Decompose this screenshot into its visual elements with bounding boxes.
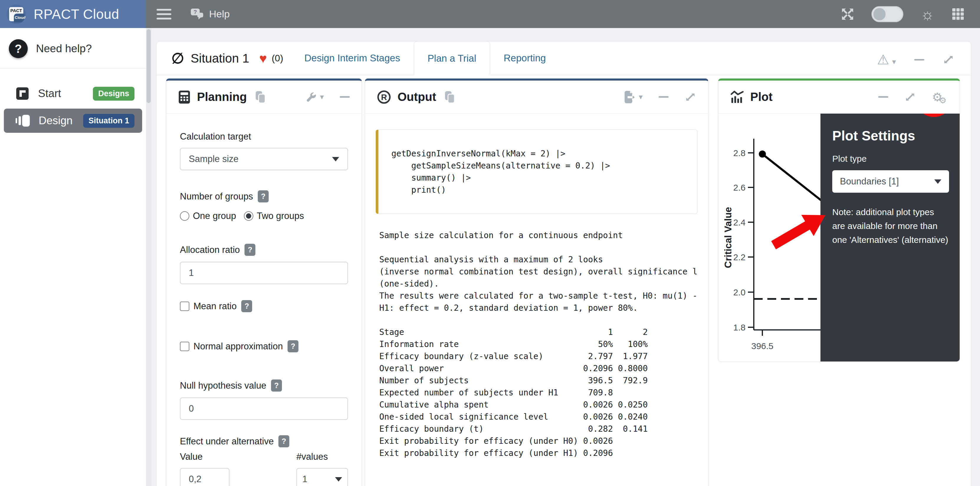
need-help-label: Need help? <box>36 43 92 55</box>
calculator-icon <box>178 90 191 104</box>
chevron-down-icon: ▾ <box>892 57 896 66</box>
ytick-label: 1.8 <box>733 322 746 332</box>
help-label: Help <box>209 8 230 20</box>
two-groups-label: Two groups <box>257 211 304 221</box>
hamburger-menu-icon[interactable] <box>157 6 171 22</box>
ytick-label: 2.2 <box>733 252 746 262</box>
warnings-dropdown[interactable]: ⚠▾ <box>877 53 896 66</box>
help-badge-icon[interactable]: ? <box>288 340 299 352</box>
normal-approximation-label: Normal approximation <box>194 341 283 352</box>
null-hypothesis-input[interactable]: 0 <box>180 397 348 420</box>
plot-title: Plot <box>750 90 773 104</box>
plot-body: 2.8 2.6 2.4 2.2 2.0 1.8 396.5 Critical V… <box>718 114 960 362</box>
start-flipboard-icon <box>16 87 29 100</box>
effect-value-input[interactable]: 0,2 <box>180 468 229 486</box>
planning-header: Planning ▾ <box>166 81 361 114</box>
expand-icon[interactable] <box>943 54 955 65</box>
value-label: Value <box>180 451 262 462</box>
ytick-label: 2.8 <box>733 148 746 158</box>
help-badge-icon[interactable]: ? <box>271 379 282 392</box>
plot-header: Plot ⚙⚙ <box>718 81 960 114</box>
help-badge-icon[interactable]: ? <box>258 190 269 202</box>
planning-panel: Planning ▾ Calculation target <box>166 78 362 486</box>
tab-reporting[interactable]: Reporting <box>490 41 560 75</box>
scrollbar-thumb[interactable] <box>146 29 151 103</box>
normal-approximation-checkbox[interactable] <box>180 342 189 351</box>
rpact-logo-icon[interactable]: PACT Cloud <box>6 5 26 24</box>
output-body: getDesignInverseNormal(kMax = 2) |> getS… <box>365 129 708 459</box>
rpact-cloud-app: PACT Cloud RPACT Cloud ? Need help? Star… <box>0 0 980 486</box>
copy-icon[interactable] <box>255 91 266 104</box>
minimize-icon[interactable] <box>659 96 668 98</box>
question-mark-icon: ? <box>9 39 28 58</box>
plot-settings-gears-icon[interactable]: ⚙⚙ <box>932 91 943 103</box>
fullscreen-expand-icon[interactable] <box>841 7 854 21</box>
allocation-ratio-input[interactable]: 1 <box>180 262 348 284</box>
minimize-icon[interactable] <box>914 59 924 61</box>
stage1-point <box>759 150 766 158</box>
expand-icon[interactable] <box>904 91 916 103</box>
ytick-label: 2.4 <box>733 217 746 227</box>
plot-settings-note: Note: additional plot types are availabl… <box>832 205 949 247</box>
sidebar-item-label: Start <box>38 88 93 100</box>
sidebar-item-start[interactable]: Start Designs <box>4 81 142 106</box>
tabs: Design Interim Stages Plan a Trial Repor… <box>291 41 560 75</box>
r-code-block: getDesignInverseNormal(kMax = 2) |> getS… <box>376 129 697 214</box>
calculation-target-select[interactable]: Sample size <box>180 148 348 170</box>
tab-bar: ∅ Situation 1 ♥ (0) Design Interim Stage… <box>157 41 971 75</box>
need-help-link[interactable]: ? Need help? <box>0 28 146 68</box>
minimize-icon[interactable] <box>878 96 888 98</box>
card-actions: ⚠▾ <box>877 53 955 66</box>
mean-ratio-checkbox[interactable] <box>180 301 189 311</box>
r-result-text: Sample size calculation for a continuous… <box>376 229 697 459</box>
plot-type-select[interactable]: Boundaries [1] <box>832 170 949 193</box>
effect-columns: Value 0,2 #values 1 <box>180 451 348 486</box>
tab-design-interim-stages[interactable]: Design Interim Stages <box>291 41 414 75</box>
help-badge-icon[interactable]: ? <box>241 300 252 312</box>
chevron-down-icon <box>332 157 339 161</box>
dark-mode-toggle[interactable] <box>872 6 903 22</box>
wrench-icon <box>306 91 317 103</box>
tools-dropdown[interactable]: ▾ <box>306 91 324 103</box>
svg-text:R: R <box>381 92 387 102</box>
output-panel: R Output ▾ <box>365 78 708 486</box>
chart-icon <box>730 91 744 104</box>
plot-type-label: Plot type <box>832 154 949 164</box>
expand-icon[interactable] <box>684 91 696 103</box>
help-button[interactable]: ? Help <box>190 8 230 20</box>
export-dropdown[interactable]: ▾ <box>624 90 643 104</box>
apps-grid-icon[interactable] <box>952 8 965 21</box>
null-hypothesis-label: Null hypothesis value ? <box>180 379 348 392</box>
plot-panel: Plot ⚙⚙ <box>718 78 960 362</box>
designs-badge: Designs <box>93 87 134 100</box>
situation-card: ∅ Situation 1 ♥ (0) Design Interim Stage… <box>156 41 971 486</box>
xtick-label: 396.5 <box>751 341 773 351</box>
empty-set-icon: ∅ <box>171 50 185 67</box>
help-badge-icon[interactable]: ? <box>278 435 289 447</box>
number-of-groups-label: Number of groups ? <box>180 190 348 202</box>
normal-approximation-row: Normal approximation ? <box>180 340 348 352</box>
export-file-icon <box>624 90 636 104</box>
r-logo-icon: R <box>377 90 391 104</box>
allocation-ratio-label: Allocation ratio ? <box>180 244 348 256</box>
copy-icon[interactable] <box>444 91 456 104</box>
plot-type-value: Boundaries [1] <box>840 176 899 187</box>
logo-text-pact: PACT <box>10 8 22 13</box>
heart-icon[interactable]: ♥ <box>259 51 267 66</box>
sidebar: PACT Cloud RPACT Cloud ? Need help? Star… <box>0 0 146 486</box>
tab-plan-a-trial[interactable]: Plan a Trial <box>414 41 490 75</box>
brightness-sun-icon[interactable]: ☼ <box>920 6 935 22</box>
help-badge-icon[interactable]: ? <box>245 244 255 256</box>
sidebar-item-design[interactable]: Design Situation 1 <box>4 108 142 133</box>
one-group-label: One group <box>193 211 236 221</box>
two-groups-radio[interactable] <box>244 211 253 221</box>
sidebar-scrollbar[interactable] <box>146 28 151 486</box>
nvalues-select[interactable]: 1 <box>296 468 348 486</box>
chevron-down-icon <box>934 179 941 184</box>
situation-heading: ∅ Situation 1 ♥ (0) <box>171 41 283 75</box>
sidebar-header: PACT Cloud RPACT Cloud <box>0 0 146 28</box>
one-group-radio[interactable] <box>180 211 189 221</box>
chevron-down-icon: ▾ <box>320 92 324 102</box>
nvalues-label: #values <box>296 451 348 462</box>
minimize-icon[interactable] <box>340 96 350 98</box>
